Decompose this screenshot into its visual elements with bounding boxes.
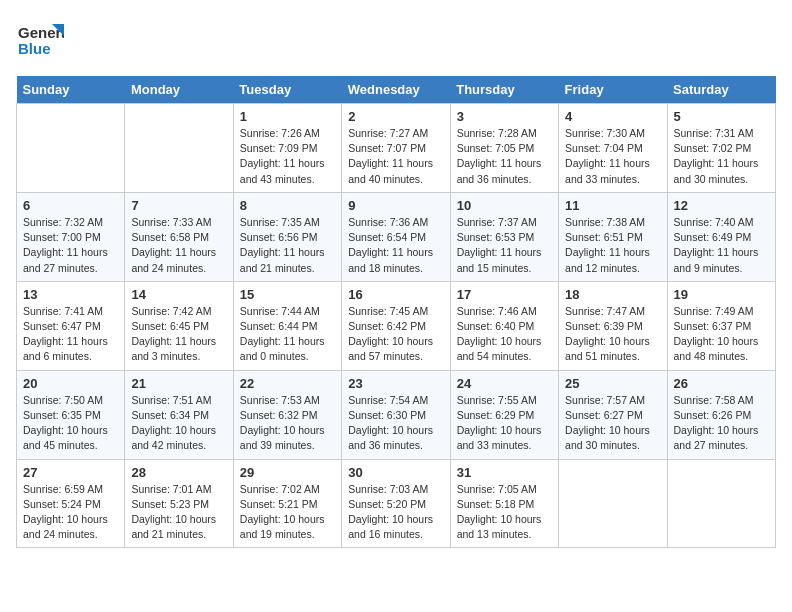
day-number: 7 — [131, 198, 226, 213]
calendar-cell: 5Sunrise: 7:31 AM Sunset: 7:02 PM Daylig… — [667, 104, 775, 193]
calendar-cell: 11Sunrise: 7:38 AM Sunset: 6:51 PM Dayli… — [559, 192, 667, 281]
day-number: 23 — [348, 376, 443, 391]
day-number: 10 — [457, 198, 552, 213]
logo-icon: General Blue — [16, 16, 64, 64]
day-info: Sunrise: 7:31 AM Sunset: 7:02 PM Dayligh… — [674, 126, 769, 187]
day-info: Sunrise: 7:38 AM Sunset: 6:51 PM Dayligh… — [565, 215, 660, 276]
day-info: Sunrise: 7:28 AM Sunset: 7:05 PM Dayligh… — [457, 126, 552, 187]
calendar-cell: 2Sunrise: 7:27 AM Sunset: 7:07 PM Daylig… — [342, 104, 450, 193]
day-number: 21 — [131, 376, 226, 391]
day-number: 26 — [674, 376, 769, 391]
calendar-cell: 17Sunrise: 7:46 AM Sunset: 6:40 PM Dayli… — [450, 281, 558, 370]
logo: General Blue — [16, 16, 64, 64]
day-header-sunday: Sunday — [17, 76, 125, 104]
day-info: Sunrise: 7:05 AM Sunset: 5:18 PM Dayligh… — [457, 482, 552, 543]
day-number: 6 — [23, 198, 118, 213]
day-info: Sunrise: 7:46 AM Sunset: 6:40 PM Dayligh… — [457, 304, 552, 365]
calendar-cell: 14Sunrise: 7:42 AM Sunset: 6:45 PM Dayli… — [125, 281, 233, 370]
calendar-cell: 8Sunrise: 7:35 AM Sunset: 6:56 PM Daylig… — [233, 192, 341, 281]
svg-text:Blue: Blue — [18, 40, 51, 57]
day-info: Sunrise: 7:26 AM Sunset: 7:09 PM Dayligh… — [240, 126, 335, 187]
day-number: 22 — [240, 376, 335, 391]
day-info: Sunrise: 7:03 AM Sunset: 5:20 PM Dayligh… — [348, 482, 443, 543]
calendar-cell: 7Sunrise: 7:33 AM Sunset: 6:58 PM Daylig… — [125, 192, 233, 281]
day-info: Sunrise: 7:01 AM Sunset: 5:23 PM Dayligh… — [131, 482, 226, 543]
calendar-cell: 29Sunrise: 7:02 AM Sunset: 5:21 PM Dayli… — [233, 459, 341, 548]
day-info: Sunrise: 7:54 AM Sunset: 6:30 PM Dayligh… — [348, 393, 443, 454]
day-header-thursday: Thursday — [450, 76, 558, 104]
calendar-header-row: SundayMondayTuesdayWednesdayThursdayFrid… — [17, 76, 776, 104]
day-number: 28 — [131, 465, 226, 480]
calendar-cell: 22Sunrise: 7:53 AM Sunset: 6:32 PM Dayli… — [233, 370, 341, 459]
calendar-cell: 4Sunrise: 7:30 AM Sunset: 7:04 PM Daylig… — [559, 104, 667, 193]
day-number: 16 — [348, 287, 443, 302]
day-info: Sunrise: 7:49 AM Sunset: 6:37 PM Dayligh… — [674, 304, 769, 365]
day-info: Sunrise: 7:41 AM Sunset: 6:47 PM Dayligh… — [23, 304, 118, 365]
day-number: 12 — [674, 198, 769, 213]
day-header-wednesday: Wednesday — [342, 76, 450, 104]
calendar-cell — [17, 104, 125, 193]
calendar-cell: 25Sunrise: 7:57 AM Sunset: 6:27 PM Dayli… — [559, 370, 667, 459]
calendar-cell: 24Sunrise: 7:55 AM Sunset: 6:29 PM Dayli… — [450, 370, 558, 459]
day-number: 29 — [240, 465, 335, 480]
calendar-cell: 21Sunrise: 7:51 AM Sunset: 6:34 PM Dayli… — [125, 370, 233, 459]
day-number: 19 — [674, 287, 769, 302]
day-number: 18 — [565, 287, 660, 302]
week-row-2: 6Sunrise: 7:32 AM Sunset: 7:00 PM Daylig… — [17, 192, 776, 281]
day-info: Sunrise: 7:30 AM Sunset: 7:04 PM Dayligh… — [565, 126, 660, 187]
page-header: General Blue — [16, 16, 776, 64]
week-row-5: 27Sunrise: 6:59 AM Sunset: 5:24 PM Dayli… — [17, 459, 776, 548]
calendar-cell: 15Sunrise: 7:44 AM Sunset: 6:44 PM Dayli… — [233, 281, 341, 370]
calendar-cell: 10Sunrise: 7:37 AM Sunset: 6:53 PM Dayli… — [450, 192, 558, 281]
day-number: 17 — [457, 287, 552, 302]
week-row-3: 13Sunrise: 7:41 AM Sunset: 6:47 PM Dayli… — [17, 281, 776, 370]
calendar-cell: 28Sunrise: 7:01 AM Sunset: 5:23 PM Dayli… — [125, 459, 233, 548]
calendar-cell: 18Sunrise: 7:47 AM Sunset: 6:39 PM Dayli… — [559, 281, 667, 370]
calendar-cell: 27Sunrise: 6:59 AM Sunset: 5:24 PM Dayli… — [17, 459, 125, 548]
day-info: Sunrise: 7:36 AM Sunset: 6:54 PM Dayligh… — [348, 215, 443, 276]
day-info: Sunrise: 7:40 AM Sunset: 6:49 PM Dayligh… — [674, 215, 769, 276]
day-number: 9 — [348, 198, 443, 213]
day-number: 4 — [565, 109, 660, 124]
day-info: Sunrise: 7:58 AM Sunset: 6:26 PM Dayligh… — [674, 393, 769, 454]
calendar-cell: 6Sunrise: 7:32 AM Sunset: 7:00 PM Daylig… — [17, 192, 125, 281]
day-info: Sunrise: 7:02 AM Sunset: 5:21 PM Dayligh… — [240, 482, 335, 543]
calendar-cell — [667, 459, 775, 548]
calendar-cell: 23Sunrise: 7:54 AM Sunset: 6:30 PM Dayli… — [342, 370, 450, 459]
day-number: 13 — [23, 287, 118, 302]
day-info: Sunrise: 7:35 AM Sunset: 6:56 PM Dayligh… — [240, 215, 335, 276]
calendar-cell: 1Sunrise: 7:26 AM Sunset: 7:09 PM Daylig… — [233, 104, 341, 193]
day-info: Sunrise: 7:55 AM Sunset: 6:29 PM Dayligh… — [457, 393, 552, 454]
calendar-cell — [125, 104, 233, 193]
day-number: 20 — [23, 376, 118, 391]
day-number: 31 — [457, 465, 552, 480]
calendar-table: SundayMondayTuesdayWednesdayThursdayFrid… — [16, 76, 776, 548]
day-info: Sunrise: 7:33 AM Sunset: 6:58 PM Dayligh… — [131, 215, 226, 276]
calendar-cell: 12Sunrise: 7:40 AM Sunset: 6:49 PM Dayli… — [667, 192, 775, 281]
day-number: 15 — [240, 287, 335, 302]
calendar-cell: 26Sunrise: 7:58 AM Sunset: 6:26 PM Dayli… — [667, 370, 775, 459]
day-info: Sunrise: 7:37 AM Sunset: 6:53 PM Dayligh… — [457, 215, 552, 276]
day-number: 3 — [457, 109, 552, 124]
day-info: Sunrise: 7:50 AM Sunset: 6:35 PM Dayligh… — [23, 393, 118, 454]
day-number: 2 — [348, 109, 443, 124]
day-info: Sunrise: 7:27 AM Sunset: 7:07 PM Dayligh… — [348, 126, 443, 187]
calendar-cell — [559, 459, 667, 548]
day-info: Sunrise: 7:57 AM Sunset: 6:27 PM Dayligh… — [565, 393, 660, 454]
calendar-cell: 20Sunrise: 7:50 AM Sunset: 6:35 PM Dayli… — [17, 370, 125, 459]
day-info: Sunrise: 7:47 AM Sunset: 6:39 PM Dayligh… — [565, 304, 660, 365]
day-number: 5 — [674, 109, 769, 124]
day-info: Sunrise: 7:42 AM Sunset: 6:45 PM Dayligh… — [131, 304, 226, 365]
calendar-cell: 13Sunrise: 7:41 AM Sunset: 6:47 PM Dayli… — [17, 281, 125, 370]
calendar-cell: 19Sunrise: 7:49 AM Sunset: 6:37 PM Dayli… — [667, 281, 775, 370]
day-header-friday: Friday — [559, 76, 667, 104]
day-number: 8 — [240, 198, 335, 213]
day-number: 11 — [565, 198, 660, 213]
day-info: Sunrise: 7:45 AM Sunset: 6:42 PM Dayligh… — [348, 304, 443, 365]
day-info: Sunrise: 6:59 AM Sunset: 5:24 PM Dayligh… — [23, 482, 118, 543]
day-header-monday: Monday — [125, 76, 233, 104]
day-number: 27 — [23, 465, 118, 480]
week-row-4: 20Sunrise: 7:50 AM Sunset: 6:35 PM Dayli… — [17, 370, 776, 459]
day-number: 1 — [240, 109, 335, 124]
day-number: 30 — [348, 465, 443, 480]
